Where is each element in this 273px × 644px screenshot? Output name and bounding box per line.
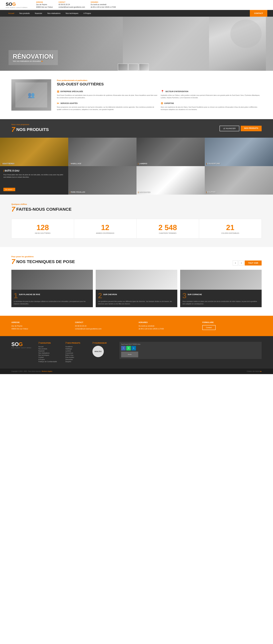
facebook-icon[interactable]: f	[121, 346, 126, 350]
footer-contact-email: contact@sud-ouest-gouttieres.com	[75, 328, 135, 330]
techniques-title: NOS TECHNIQUES DE POSE	[16, 259, 75, 264]
product-sub-label-pare: | PARE-FEUILLES	[70, 191, 85, 193]
creation-site-link[interactable]: Création site Internet ▶	[247, 370, 262, 372]
creation-arrow-icon: ▶	[261, 370, 262, 372]
about-image-inner: 👥	[15, 82, 47, 108]
footer-product-link-gouttieres[interactable]: Gouttières	[65, 346, 88, 348]
footer-product-link-habillage[interactable]: Habillage	[65, 348, 88, 350]
footer-horaires-value: Du lundi au vendredi de 8h à 12h et de 1…	[139, 324, 198, 330]
footer-adresse-value: Zac de Peyres 40800 Aire sur l'Adour	[11, 324, 71, 330]
technique-num-1: 1	[14, 292, 18, 299]
nav-realisations[interactable]: Nos réalisations	[45, 10, 63, 17]
hero-thumb-2[interactable]	[128, 64, 138, 71]
stat-item-2: 12 ANNÉES D'EXPÉRIENCE	[74, 219, 137, 238]
footer-product-link-couverture[interactable]: Couverture	[65, 352, 88, 354]
product-sub-label-dauphin: | DAUPHIN	[206, 191, 216, 193]
footer-product-link-pare[interactable]: Pare-feuilles	[65, 356, 88, 358]
footer-contact-phone: 05 58 03 20 24	[75, 324, 135, 328]
about-item-1: ⊞ ENTREPRISE SPÉCIALISÉE Sud-Ouest Goutt…	[57, 90, 158, 99]
footer-product-link-descentes[interactable]: Descentes	[65, 358, 88, 360]
hero-content: RÉNOVATION Voir nos réalisations en réno…	[0, 44, 66, 71]
footer-nav-link-techniques[interactable]: Nos techniques	[38, 354, 61, 356]
techniques-all-button[interactable]: TOUT VOIR	[245, 260, 262, 266]
nav-techniques[interactable]: Nos techniques	[63, 10, 81, 17]
stat-number-4: 21	[226, 223, 234, 232]
whatsapp-icon[interactable]: W	[126, 346, 131, 350]
about-icon-2: 📍	[161, 90, 164, 93]
product-feature-box: | BOÎTE À EAU Pour l'évacuation des eaux…	[0, 166, 68, 194]
hero-thumb-1[interactable]	[118, 64, 128, 71]
technique-title-3: SUR CORNICHE	[188, 292, 202, 296]
stat-item-3: 2 548 CHANTIERS TERMINÉS	[136, 219, 199, 238]
nav-nuancier[interactable]: Nuancier	[32, 10, 45, 17]
product-sub-label-descentes: | DESCENTES	[138, 191, 150, 193]
techniques-prev-button[interactable]: ‹	[233, 260, 238, 266]
product-cell-habillage[interactable]: HABILLAGE	[68, 138, 136, 166]
footer-nav-link-accueil[interactable]: Accueil	[38, 346, 61, 348]
banner-title-wrap: 7 NOS PRODUITS	[11, 126, 49, 134]
product-cell-gouttieres[interactable]: GOUTTIÈRES	[0, 138, 68, 166]
product-sub-cell-descentes[interactable]: | DESCENTES	[136, 166, 205, 194]
products-button[interactable]: NOS PRODUITS	[241, 126, 262, 131]
logo-main: SOG	[6, 2, 27, 7]
product-cell-lambris-bg	[136, 138, 205, 166]
footer-nav-link-confidentialite[interactable]: Politique de Confidentialité	[38, 361, 61, 362]
nav-apropos[interactable]: A Propos	[81, 10, 94, 17]
footer-nav-link-realisations[interactable]: Nos réalisations	[38, 352, 61, 354]
footer-nav-link-produits[interactable]: Nos produits	[38, 348, 61, 350]
techniques-next-button[interactable]: ›	[239, 260, 244, 266]
techniques-section: Pour poser les gouttières 7 NOS TECHNIQU…	[0, 247, 273, 316]
product-feature-btn[interactable]: En savoir +	[3, 188, 15, 191]
mentions-legales-link[interactable]: Mentions légales	[42, 370, 52, 372]
footer-social-title: Sud-Ouest GOUTTIÈRES Aire	[121, 344, 260, 345]
technique-desc-2: Les gouttières peuvent être posées sur d…	[98, 300, 175, 305]
footer-formulaire-button[interactable]: Contact	[202, 325, 216, 330]
stat-label-1: KM DE GOUTTIÈRES	[35, 232, 50, 234]
footer-product-link-boite[interactable]: Boîte à eau	[65, 354, 88, 356]
technique-num-3: 3	[182, 292, 187, 299]
stats-title-wrap: 7 FAITES-NOUS CONFIANCE	[11, 205, 262, 213]
footer-contact-label: CONTACT	[75, 322, 135, 324]
product-cell-habillage-bg	[68, 138, 136, 166]
technique-title-2: SUR CHEVRON	[103, 292, 117, 296]
technique-card-3-body: 3 SUR CORNICHE Vous souhaitez mettre en …	[180, 290, 262, 307]
about-item-1-desc: Sud-Ouest Gouttières est spécialisée dan…	[57, 94, 158, 99]
main-nav: Accueil Nos produits Nuancier Nos réalis…	[0, 10, 273, 17]
stats-title: FAITES-NOUS CONFIANCE	[16, 207, 71, 212]
stats-7-mark: 7	[11, 205, 15, 213]
footer-logo-block: SOG Sud-Ouest GOUTTIÈRES	[11, 342, 34, 363]
nav-contact-button[interactable]: CONTACT	[250, 10, 267, 17]
product-cell-couverture[interactable]: COUVERTURE	[205, 138, 273, 166]
footer-products-7: 7	[65, 342, 67, 344]
product-feature-desc: Pour l'évacuation des eaux de pluie de v…	[3, 174, 65, 186]
hero-subtitle: Voir nos réalisations en rénovation ▶	[13, 60, 54, 62]
linkedin-icon[interactable]: in	[131, 346, 136, 350]
footer-supplier-block: 7 FOURNISSEUR ARALTEC	[92, 342, 115, 363]
nav-produits[interactable]: Nos produits	[17, 10, 32, 17]
footer-top: ADRESSE Zac de Peyres 40800 Aire sur l'A…	[0, 316, 273, 336]
footer-social: Sud-Ouest GOUTTIÈRES Aire f W in Review	[119, 342, 262, 359]
techniques-7-mark: 7	[11, 258, 15, 266]
banner-tag: Nous vous proposons	[11, 124, 49, 126]
technique-desc-1: La technique de pose la plus classique u…	[14, 300, 91, 305]
nuancier-button[interactable]: LE NUANCIER	[220, 126, 239, 131]
footer-product-link-lambris[interactable]: Lambris	[65, 350, 88, 352]
product-label-couverture: COUVERTURE	[206, 162, 220, 165]
hero-thumbnails	[118, 64, 149, 71]
footer-nav-link-apropos[interactable]: A Propos	[38, 358, 61, 360]
logo-sub: Sud-Ouest GOUTTIÈRES	[6, 7, 27, 8]
nav-accueil[interactable]: Accueil	[6, 10, 17, 17]
hero-thumb-3[interactable]	[139, 64, 149, 71]
techniques-title-block: Pour poser les gouttières 7 NOS TECHNIQU…	[11, 256, 75, 266]
footer-product-link-dauphin[interactable]: Dauphin	[65, 361, 88, 362]
footer-nav-link-nuancier[interactable]: Nuancier	[38, 350, 61, 352]
product-sub-cell-dauphin[interactable]: | DAUPHIN	[205, 166, 273, 194]
product-cell-lambris[interactable]: LAMBRIS	[136, 138, 205, 166]
about-item-4: ⚙ EXPERTISE Avec une expérience de plus …	[161, 102, 262, 110]
product-sub-cell-pare[interactable]: | PARE-FEUILLES	[68, 166, 136, 194]
footer-nav-link-contact[interactable]: Contact	[38, 356, 61, 358]
horaires-value: Du lundi au vendredi de 8h à 12h et de 1…	[91, 3, 116, 8]
stat-item-1: 128 KM DE GOUTTIÈRES	[11, 219, 74, 238]
stats-tag: Quelques chiffres	[11, 203, 262, 205]
banner-buttons: LE NUANCIER NOS PRODUITS	[220, 126, 262, 131]
